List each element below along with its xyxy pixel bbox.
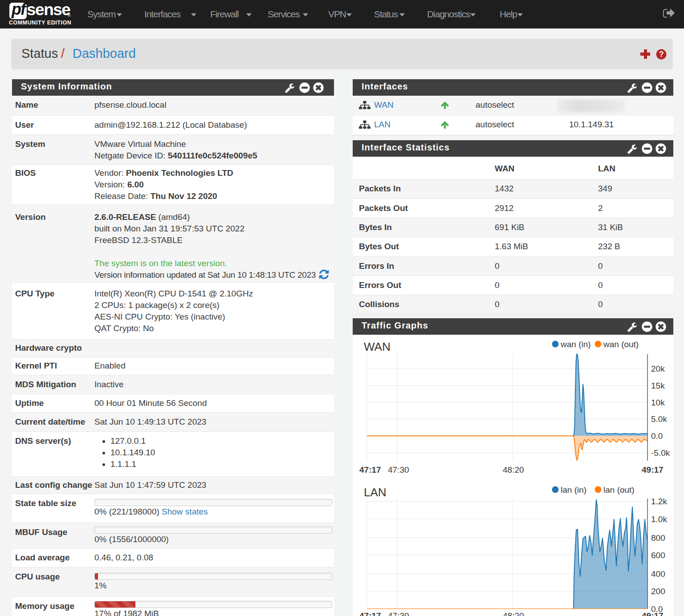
svg-text:47:30: 47:30 xyxy=(388,465,409,474)
svg-text:-5.0k: -5.0k xyxy=(651,448,670,458)
svg-text:5.0k: 5.0k xyxy=(651,414,667,424)
svg-text:LAN: LAN xyxy=(364,486,387,499)
svg-text:15k: 15k xyxy=(651,381,665,390)
svg-text:48:20: 48:20 xyxy=(503,465,524,474)
svg-text:49:17: 49:17 xyxy=(642,465,664,474)
svg-text:47:17: 47:17 xyxy=(359,611,381,616)
svg-text:wan (out): wan (out) xyxy=(603,340,639,349)
svg-text:?: ? xyxy=(659,50,664,59)
svg-text:0.0: 0.0 xyxy=(651,431,663,441)
svg-text:600: 600 xyxy=(651,551,665,560)
svg-text:lan (out): lan (out) xyxy=(603,485,635,494)
svg-text:48:20: 48:20 xyxy=(503,611,524,616)
svg-text:47:17: 47:17 xyxy=(359,465,381,474)
svg-text:lan (in): lan (in) xyxy=(561,485,586,494)
svg-text:400: 400 xyxy=(651,569,665,579)
svg-text:1.2k: 1.2k xyxy=(651,497,667,506)
svg-text:1.0k: 1.0k xyxy=(651,515,667,524)
svg-text:200: 200 xyxy=(651,587,665,596)
svg-text:10k: 10k xyxy=(651,398,665,407)
svg-text:47:30: 47:30 xyxy=(388,611,409,616)
svg-text:wan (in): wan (in) xyxy=(560,340,591,349)
svg-text:800: 800 xyxy=(651,533,665,543)
svg-text:WAN: WAN xyxy=(364,340,391,353)
svg-text:20k: 20k xyxy=(651,364,665,373)
svg-text:49:17: 49:17 xyxy=(642,611,664,616)
